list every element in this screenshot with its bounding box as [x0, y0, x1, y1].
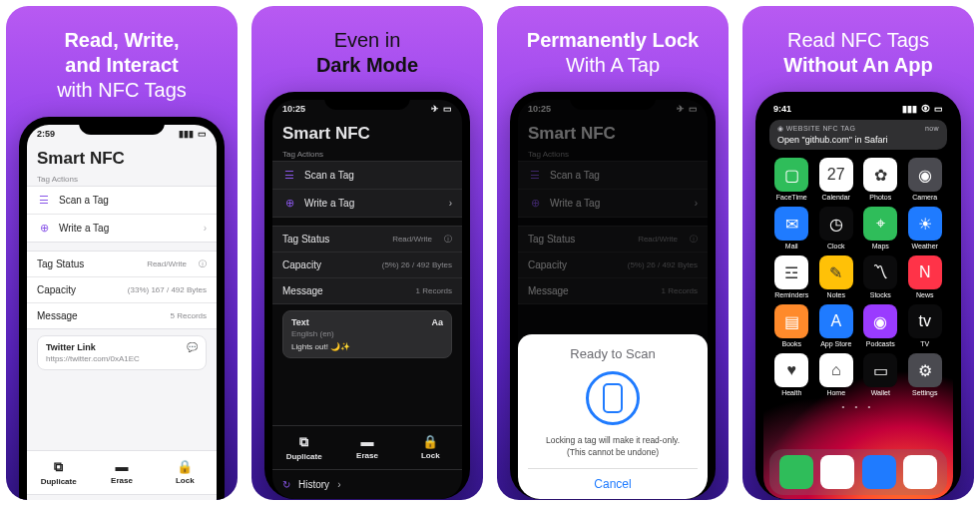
lock-icon: 🔒 — [399, 434, 462, 449]
screenshot-card-1: Read, Write, and Interact with NFC Tags … — [6, 6, 238, 500]
app-label: Stocks — [860, 291, 901, 298]
app-maps[interactable]: ⌖Maps — [860, 207, 901, 250]
app-tile: ✉ — [774, 207, 808, 241]
write-tag-row[interactable]: ⊕ Write a Tag › — [272, 189, 462, 217]
clock: 10:25 — [282, 104, 305, 114]
clock: 9:41 — [773, 104, 791, 114]
app-wallet[interactable]: ▭Wallet — [860, 353, 901, 396]
record-title: Twitter Link — [46, 342, 96, 352]
record-card[interactable]: Text Aa English (en) Lights out! 🌙✨ — [282, 310, 452, 358]
scan-icon: ☰ — [37, 194, 51, 207]
message-value: 1 Records — [416, 286, 452, 295]
phone-frame: 9:41 ▮▮▮ ⦿ ▭ ◉ WEBSITE NFC TAG now Open … — [755, 92, 961, 499]
app-camera[interactable]: ◉Camera — [905, 158, 946, 201]
app-tile: ☲ — [774, 255, 808, 289]
app-tile: 27 — [819, 158, 853, 192]
page-title: Smart NFC — [27, 141, 217, 173]
info-icon[interactable]: ⓘ — [199, 258, 207, 269]
dock — [769, 449, 947, 495]
app-label: Photos — [860, 194, 901, 201]
app-tile: tv — [908, 304, 942, 338]
app-mail[interactable]: ✉Mail — [771, 207, 812, 250]
app-stocks[interactable]: 〽Stocks — [860, 255, 901, 298]
app-weather[interactable]: ☀Weather — [905, 207, 946, 250]
app-tile: ✎ — [819, 255, 853, 289]
dock-app-0[interactable] — [779, 455, 813, 489]
airplane-icon: ✈ — [431, 104, 439, 114]
info-icon[interactable]: ⓘ — [444, 234, 452, 245]
headline: Even in Dark Mode — [316, 28, 418, 78]
erase-button[interactable]: ▬Erase — [90, 451, 153, 494]
app-label: Health — [771, 389, 812, 396]
screenshot-card-2: Even in Dark Mode 10:25 ✈ ▭ Smart NFC Ta… — [251, 6, 483, 500]
record-lang: English (en) — [291, 329, 443, 338]
sheet-title: Ready to Scan — [528, 346, 698, 361]
capacity-label: Capacity — [282, 259, 374, 270]
message-row: Message 5 Records — [27, 302, 217, 328]
scan-tag-label: Scan a Tag — [59, 195, 207, 206]
dock-app-1[interactable] — [820, 455, 854, 489]
app-home[interactable]: ⌂Home — [816, 353, 857, 396]
scan-tag-row[interactable]: ☰ Scan a Tag — [27, 187, 217, 214]
history-row[interactable]: ↻ History › — [272, 470, 462, 499]
page-indicator[interactable]: • • • — [763, 402, 953, 411]
app-label: Wallet — [860, 389, 901, 396]
screenshot-card-4: Read NFC Tags Without An App 9:41 ▮▮▮ ⦿ … — [742, 6, 974, 500]
app-settings[interactable]: ⚙Settings — [905, 353, 946, 396]
battery-icon: ▭ — [443, 104, 452, 114]
lock-icon: 🔒 — [154, 459, 217, 474]
duplicate-button[interactable]: ⧉Duplicate — [272, 426, 335, 469]
app-tile: ♥ — [774, 353, 808, 387]
app-news[interactable]: NNews — [905, 255, 946, 298]
phone-notch — [324, 92, 410, 110]
status-list: Tag Status Read/Write ⓘ Capacity (33%) 1… — [27, 251, 217, 329]
nfc-notification-banner[interactable]: ◉ WEBSITE NFC TAG now Open "github.com" … — [769, 120, 947, 150]
speech-bubble-icon: 💬 — [187, 342, 198, 352]
app-notes[interactable]: ✎Notes — [816, 255, 857, 298]
write-tag-label: Write a Tag — [59, 223, 196, 234]
erase-icon: ▬ — [90, 459, 153, 474]
nfc-icon: ◉ — [777, 125, 786, 132]
phone-notch — [570, 92, 656, 110]
app-label: Podcasts — [860, 340, 901, 347]
app-books[interactable]: ▤Books — [771, 304, 812, 347]
scan-icon: ☰ — [282, 169, 296, 182]
app-grid: ▢FaceTime27Calendar✿Photos◉Camera✉Mail◷C… — [763, 154, 953, 400]
sheet-message: Locking a tag will make it read-only. (T… — [528, 435, 698, 458]
app-label: Settings — [905, 389, 946, 396]
lock-button[interactable]: 🔒Lock — [399, 426, 462, 469]
phone-screen-home: 9:41 ▮▮▮ ⦿ ▭ ◉ WEBSITE NFC TAG now Open … — [763, 100, 953, 499]
app-tile: ◷ — [819, 207, 853, 241]
write-icon: ⊕ — [37, 222, 51, 235]
cancel-button[interactable]: Cancel — [528, 468, 698, 491]
record-card[interactable]: Twitter Link 💬 https://twitter.com/0xA1E… — [37, 335, 207, 370]
nfc-phone-icon — [586, 371, 640, 425]
app-reminders[interactable]: ☲Reminders — [771, 255, 812, 298]
app-photos[interactable]: ✿Photos — [860, 158, 901, 201]
app-app-store[interactable]: AApp Store — [816, 304, 857, 347]
capacity-row: Capacity (5%) 26 / 492 Bytes — [272, 252, 462, 277]
app-tile: ☀ — [908, 207, 942, 241]
capacity-row: Capacity (33%) 167 / 492 Bytes — [27, 276, 217, 302]
tag-status-label: Tag Status — [282, 234, 384, 245]
app-tv[interactable]: tvTV — [905, 304, 946, 347]
history-row[interactable]: ↻ History › — [27, 495, 217, 500]
chevron-right-icon: › — [449, 198, 452, 209]
app-calendar[interactable]: 27Calendar — [816, 158, 857, 201]
write-tag-row[interactable]: ⊕ Write a Tag › — [27, 214, 217, 242]
record-title: Text — [291, 317, 309, 327]
headline: Read NFC Tags Without An App — [783, 28, 932, 78]
scan-tag-row[interactable]: ☰ Scan a Tag — [272, 162, 462, 189]
lock-button[interactable]: 🔒Lock — [154, 451, 217, 494]
app-podcasts[interactable]: ◉Podcasts — [860, 304, 901, 347]
erase-button[interactable]: ▬Erase — [335, 426, 398, 469]
app-health[interactable]: ♥Health — [771, 353, 812, 396]
duplicate-button[interactable]: ⧉Duplicate — [27, 451, 90, 494]
app-clock[interactable]: ◷Clock — [816, 207, 857, 250]
dock-app-2[interactable] — [862, 455, 896, 489]
app-tile: A — [819, 304, 853, 338]
dock-app-3[interactable] — [903, 455, 937, 489]
app-facetime[interactable]: ▢FaceTime — [771, 158, 812, 201]
clock: 2:59 — [37, 129, 55, 139]
phone-frame: 2:59 ▮▮▮ ▭ Smart NFC Tag Actions ☰ Scan … — [19, 117, 225, 500]
